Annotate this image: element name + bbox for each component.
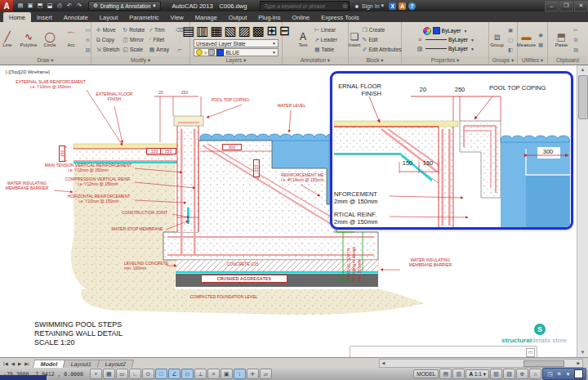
quick-access-icon[interactable]: ⬒ — [36, 2, 44, 10]
ribbon-tab[interactable]: Parametric — [123, 12, 164, 22]
draw-tool-button[interactable]: ╱Line — [0, 32, 17, 47]
group-extra-icon[interactable]: ◧ — [506, 45, 516, 54]
ribbon-tab[interactable]: Insert — [31, 12, 58, 22]
ribbon-tab[interactable]: Annotate — [58, 12, 94, 22]
help-search[interactable]: ◎ — [260, 1, 350, 11]
panel-title-clipboard[interactable]: Clipboard — [548, 56, 587, 65]
layer-tool-icon[interactable]: ▦ — [210, 23, 222, 38]
workspace-status-icon[interactable]: ◳ — [546, 370, 555, 378]
layer-state-dropdown[interactable]: Unsaved Layer State▼ — [194, 39, 278, 47]
sun-icon[interactable]: ☀ — [203, 50, 207, 56]
layer-tool-icon[interactable]: ▧ — [225, 23, 237, 38]
search-icon[interactable]: ◎ — [342, 2, 347, 9]
quick-access-icon[interactable]: ↶ — [65, 2, 74, 10]
modify-tool-button[interactable]: ✛Move — [96, 25, 119, 35]
drafting-toggle-button[interactable]: ⊙ — [142, 369, 154, 379]
drafting-toggle-button[interactable]: ⊥ — [194, 369, 207, 379]
layout-nav-icon[interactable]: ◀ — [10, 361, 16, 366]
measure-button[interactable]: ▬ Measure — [519, 32, 534, 47]
group-extra-icon[interactable]: ▣ — [506, 25, 516, 34]
modify-tool-button[interactable]: ◜Fillet — [149, 35, 172, 45]
lineweight-dropdown[interactable]: ≡ ByLayer ▼ — [416, 35, 474, 44]
minimize-button[interactable]: – — [545, 1, 559, 11]
layer-tool-icon[interactable]: ⊞ — [266, 23, 277, 38]
layout-tab[interactable]: Layout2 — [97, 360, 134, 368]
quick-access-icon[interactable]: ⬓ — [46, 2, 54, 10]
block-tool-button[interactable]: ✐Edit Attributes — [363, 45, 402, 55]
layout-mode-icon[interactable]: ▤ — [439, 369, 452, 379]
utilities-extra-icon[interactable]: ◉ — [536, 30, 546, 39]
drafting-toggle-button[interactable]: ↕ — [234, 369, 246, 379]
modify-tool-button[interactable]: ↻Rotate — [122, 25, 145, 35]
scroll-up-icon[interactable]: ▲ — [577, 65, 588, 74]
drafting-toggle-button[interactable]: ▱ — [260, 369, 272, 379]
block-tool-button[interactable]: ❐Create — [363, 25, 402, 35]
autocad-logo-icon[interactable]: A — [0, 0, 13, 11]
ribbon-tab[interactable]: Manage — [189, 12, 223, 22]
ribbon-tab[interactable]: View — [165, 12, 189, 22]
annotation-tool-button[interactable]: ↗Leader — [314, 35, 337, 45]
vertical-scrollbar[interactable]: ▲ ▼ — [577, 65, 588, 357]
layout-nav-icon[interactable]: ▶ — [16, 361, 23, 366]
layout-tab[interactable]: Model — [33, 360, 65, 368]
status-extra-icon[interactable]: ⌂ — [529, 369, 541, 379]
layer-tool-icon[interactable]: ▨ — [238, 23, 251, 38]
status-extra-icon[interactable]: ▧ — [490, 369, 502, 379]
modify-tool-button[interactable]: ▦Array — [149, 45, 172, 55]
drafting-toggle-button[interactable]: + — [90, 369, 102, 379]
maximize-button[interactable]: ❐ — [559, 1, 573, 11]
scroll-right-icon[interactable]: ▶ — [575, 360, 582, 367]
model-space-button[interactable]: MODEL — [413, 369, 439, 378]
drafting-toggle-button[interactable]: ▣ — [220, 369, 233, 379]
command-line-toggle-icon[interactable]: ▭ — [526, 348, 535, 357]
modify-tool-button[interactable]: ⧉Copy — [96, 35, 119, 45]
drafting-toggle-button[interactable]: ▦ — [103, 369, 115, 379]
ribbon-tab[interactable]: Output — [223, 12, 253, 22]
annotation-tool-button[interactable]: ⊢Linear — [314, 25, 337, 35]
linetype-dropdown[interactable]: ▨ ByLayer ▼ — [416, 44, 474, 53]
layer-tool-icon[interactable]: ▤ — [182, 23, 194, 38]
quick-access-icon[interactable]: ▣ — [26, 2, 34, 10]
lock-icon[interactable] — [208, 49, 215, 56]
ribbon-tab[interactable]: Plug-ins — [252, 12, 286, 22]
drafting-toggle-button[interactable]: ∟ — [129, 369, 141, 379]
search-input[interactable] — [262, 2, 342, 10]
modify-tool-button[interactable]: ◱Scale — [122, 45, 145, 55]
quick-access-icon[interactable]: ↷ — [75, 2, 83, 10]
viewport-controls[interactable]: [-][Top][2D Wireframe] — [6, 69, 50, 74]
ribbon-tab[interactable]: Home — [3, 12, 31, 22]
drafting-toggle-button[interactable]: ∠ — [168, 369, 180, 379]
clipboard-extra-icon[interactable]: ▨ — [571, 45, 581, 54]
clean-screen-button[interactable] — [574, 369, 583, 378]
draw-tool-button[interactable]: ∿Polyline — [19, 32, 38, 47]
layout-mode-icon[interactable]: ▥ — [452, 369, 465, 379]
panel-title-properties[interactable]: Properties ▾ — [402, 56, 488, 65]
modify-tool-button[interactable]: ⇲Stretch — [96, 45, 119, 55]
horizontal-scrollbar[interactable]: ◀ ▶ — [379, 359, 583, 368]
panel-title-annotation[interactable]: Annotation ▾ — [283, 56, 348, 65]
horizontal-scroll-thumb[interactable] — [523, 360, 564, 367]
drafting-toggle-button[interactable]: □ — [155, 369, 167, 379]
object-color-dropdown[interactable]: ByLayer ▼ — [423, 26, 468, 35]
layout-tab[interactable]: Layout1 — [63, 360, 100, 368]
modify-tool-button[interactable]: ◫Mirror — [122, 35, 145, 45]
layer-tool-icon[interactable]: ▥ — [196, 23, 208, 38]
text-tool-button[interactable]: A Text — [293, 32, 313, 47]
draw-tool-button[interactable]: ⌒Arc — [61, 32, 81, 47]
command-line[interactable]: ▭ — [350, 346, 537, 357]
group-extra-icon[interactable]: ▢ — [506, 35, 516, 44]
status-extra-icon[interactable]: ⊕ — [516, 369, 528, 379]
drafting-toggle-button[interactable]: ≡ — [207, 369, 220, 379]
scroll-left-icon[interactable]: ◀ — [380, 360, 387, 367]
autodesk360-icon[interactable]: A — [399, 2, 406, 10]
quick-access-icon[interactable]: ⎙ — [56, 2, 64, 10]
status-extra-icon[interactable]: ▨ — [503, 369, 515, 379]
ribbon-tab[interactable]: Express Tools — [315, 12, 365, 22]
bulb-icon[interactable] — [196, 49, 203, 56]
annotation-scale-button[interactable]: A 1:1 ▾ — [466, 369, 489, 379]
sign-in-button[interactable]: ☻ Sign In ▾ — [354, 2, 384, 9]
modify-extra-icon[interactable]: ▱ — [174, 45, 185, 54]
panel-title-groups[interactable]: Groups ▾ — [489, 56, 517, 65]
ribbon-tab[interactable]: Layout — [94, 12, 124, 22]
workspace-status-icon[interactable]: ▾ — [564, 370, 572, 378]
